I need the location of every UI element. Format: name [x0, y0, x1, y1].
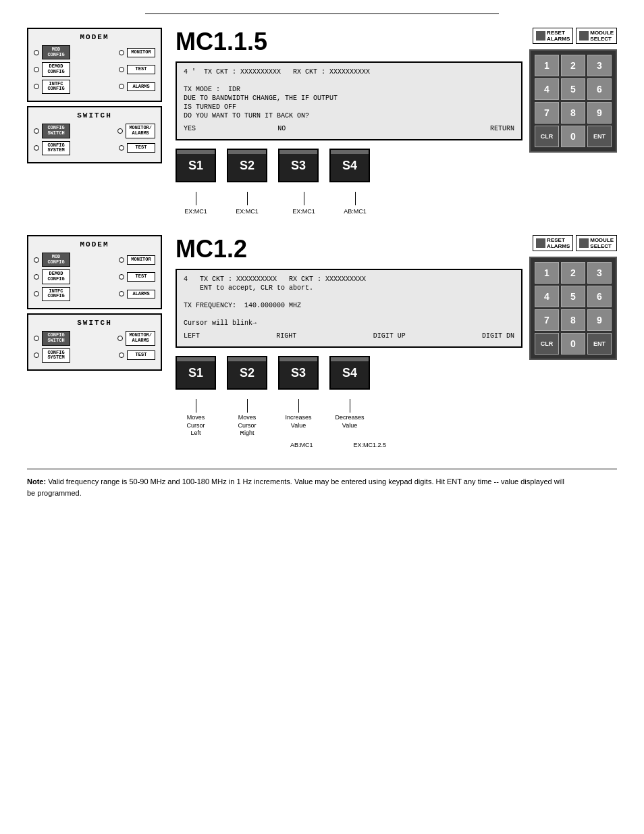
modem-item-demod-config-2: DEMODCONFIG	[34, 269, 70, 284]
btn-demod-config-1[interactable]: DEMODCONFIG	[42, 62, 70, 76]
led-monitor-alarms-1	[117, 128, 123, 134]
modem-row-2-2: DEMODCONFIG TEST	[34, 269, 155, 284]
btn-alarms-2[interactable]: ALARMS	[127, 290, 155, 299]
btn-switch-test-1[interactable]: TEST	[127, 143, 155, 153]
switch-item-config-system-1: CONFIGSYSTEM	[34, 141, 70, 155]
module-label-1: MODULESELECT	[590, 30, 614, 42]
connector-area-2	[176, 392, 522, 413]
connector-1-4	[335, 192, 375, 205]
key-ent-1[interactable]: ENT	[587, 126, 612, 147]
module-select-btn-1[interactable]: MODULESELECT	[576, 28, 617, 44]
btn-intfc-config-2[interactable]: INTFCCONFIG	[42, 287, 70, 301]
display-line-1-5: DO YOU WANT TO TURN IT BACK ON?	[184, 112, 514, 120]
softkey-s1-2[interactable]: S1	[176, 356, 216, 390]
display-menu-1: YES NO RETURN	[184, 125, 514, 132]
key-2-1[interactable]: 2	[561, 55, 585, 76]
center-panel-2: MC1.2 4 TX CKT : XXXXXXXXXX RX CKT : XXX…	[176, 235, 522, 448]
key-8-2[interactable]: 8	[561, 309, 585, 331]
btn-monitor-alarms-2[interactable]: MONITOR/ALARMS	[126, 331, 155, 345]
key-0-1[interactable]: 0	[561, 126, 585, 147]
softkey-s4-2[interactable]: S4	[329, 356, 370, 390]
softkey-s2-1[interactable]: S2	[227, 149, 267, 182]
softkey-s3-1[interactable]: S3	[278, 149, 319, 182]
key-6-1[interactable]: 6	[587, 78, 612, 100]
menu-right-2: RIGHT	[276, 332, 296, 340]
key-7-2[interactable]: 7	[535, 309, 559, 331]
extra-ab-mc1-2: AB:MC1	[290, 442, 313, 448]
modem-item-monitor-1: MONITOR	[119, 48, 155, 57]
section-title-1: MC1.1.5	[176, 28, 522, 56]
softkey-s1-1[interactable]: S1	[176, 149, 216, 182]
key-3-1[interactable]: 3	[587, 55, 612, 76]
btn-intfc-config-1[interactable]: INTFCCONFIG	[42, 80, 70, 94]
led-switch-config-1	[34, 128, 39, 134]
key-clr-1[interactable]: CLR	[535, 126, 559, 147]
section-mc115: MODEM MODCONFIG MONITOR D	[27, 28, 617, 215]
btn-alarms-1[interactable]: ALARMS	[127, 82, 155, 92]
modem-box-1: MODEM MODCONFIG MONITOR D	[27, 28, 162, 102]
btn-monitor-1[interactable]: MONITOR	[127, 48, 155, 57]
btn-mod-config-1[interactable]: MODCONFIG	[42, 45, 70, 59]
key-6-2[interactable]: 6	[587, 286, 612, 307]
key-0-2[interactable]: 0	[561, 333, 585, 355]
connector-2-2	[227, 399, 267, 413]
switch-item-monitor-alarms-2: MONITOR/ALARMS	[117, 331, 155, 345]
key-5-2[interactable]: 5	[561, 286, 585, 307]
btn-mod-config-2[interactable]: MODCONFIG	[42, 253, 70, 267]
key-4-1[interactable]: 4	[535, 78, 559, 100]
modem-item-test-1: TEST	[119, 65, 155, 74]
key-4-2[interactable]: 4	[535, 286, 559, 307]
arrow-item-1-2: EX:MC1	[227, 208, 267, 215]
switch-item-test-2: TEST	[119, 350, 155, 360]
key-5-1[interactable]: 5	[561, 78, 585, 100]
key-3-2[interactable]: 3	[587, 262, 612, 284]
key-1-1[interactable]: 1	[535, 55, 559, 76]
switch-row-1-1: CONFIGSWITCH MONITOR/ALARMS	[34, 124, 155, 138]
menu-no-1: NO	[277, 125, 286, 132]
btn-demod-config-2[interactable]: DEMODCONFIG	[42, 269, 70, 284]
switch-row-2-1: CONFIGSWITCH MONITOR/ALARMS	[34, 331, 155, 345]
reset-label-2: RESETALARMS	[547, 237, 570, 249]
key-1-2[interactable]: 1	[535, 262, 559, 284]
note-body: Valid frequency range is 50-90 MHz and 1…	[27, 477, 564, 497]
led-test-1	[119, 67, 124, 72]
display-line-2-1: ENT to accept, CLR to abort.	[184, 284, 514, 292]
reset-alarms-btn-2[interactable]: RESETALARMS	[533, 235, 573, 251]
btn-config-system-1[interactable]: CONFIGSYSTEM	[42, 141, 70, 155]
key-7-1[interactable]: 7	[535, 102, 559, 124]
key-9-2[interactable]: 9	[587, 309, 612, 331]
page: MODEM MODCONFIG MONITOR D	[0, 0, 644, 834]
center-panel-1: MC1.1.5 4 ' TX CKT : XXXXXXXXXX RX CKT :…	[176, 28, 522, 215]
softkey-s3-2[interactable]: S3	[278, 356, 319, 390]
led-config-system-1	[34, 145, 39, 151]
key-clr-2[interactable]: CLR	[535, 333, 559, 355]
btn-config-switch-1[interactable]: CONFIGSWITCH	[42, 124, 70, 138]
connector-2-1	[176, 399, 216, 413]
module-select-btn-2[interactable]: MODULESELECT	[576, 235, 617, 251]
btn-config-system-2[interactable]: CONFIGSYSTEM	[42, 348, 70, 363]
reset-bar-1: RESETALARMS MODULESELECT	[533, 28, 617, 44]
btn-config-switch-2[interactable]: CONFIGSWITCH	[42, 331, 70, 345]
softkey-s4-1[interactable]: S4	[329, 149, 370, 182]
btn-switch-test-2[interactable]: TEST	[127, 350, 155, 360]
switch-item-config-system-2: CONFIGSYSTEM	[34, 348, 70, 363]
btn-monitor-alarms-1[interactable]: MONITOR/ALARMS	[126, 124, 155, 138]
btn-monitor-2[interactable]: MONITOR	[127, 255, 155, 265]
reset-alarms-btn-1[interactable]: RESETALARMS	[533, 28, 573, 44]
modem-item-demod-config-1: DEMODCONFIG	[34, 62, 70, 76]
key-8-1[interactable]: 8	[561, 102, 585, 124]
connector-1-3	[284, 192, 324, 205]
left-panel-2: MODEM MODCONFIG MONITOR DEMODCONFIG	[27, 235, 162, 371]
menu-digit-up-2: DIGIT UP	[373, 332, 406, 340]
switch-item-config-2: CONFIGSWITCH	[34, 331, 70, 345]
softkey-s2-2[interactable]: S2	[227, 356, 267, 390]
section-mc12: MODEM MODCONFIG MONITOR DEMODCONFIG	[27, 235, 617, 448]
key-ent-2[interactable]: ENT	[587, 333, 612, 355]
extra-ex-mc125-2: EX:MC1.2.5	[354, 442, 387, 448]
key-2-2[interactable]: 2	[561, 262, 585, 284]
led-monitor-2	[119, 257, 124, 263]
btn-test-2[interactable]: TEST	[127, 272, 155, 282]
key-9-1[interactable]: 9	[587, 102, 612, 124]
modem-item-test-2: TEST	[119, 272, 155, 282]
btn-test-1[interactable]: TEST	[127, 65, 155, 74]
